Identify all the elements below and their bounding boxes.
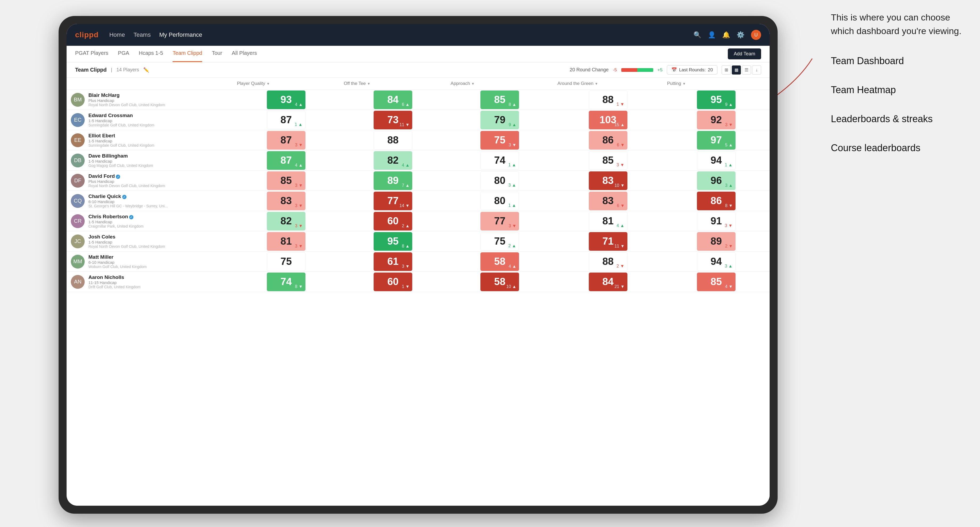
- user-avatar[interactable]: U: [751, 30, 761, 40]
- last-rounds-button[interactable]: 📅 Last Rounds: 20: [667, 65, 718, 75]
- score-cell: 943 ▲: [663, 252, 770, 272]
- calendar-icon: 📅: [671, 67, 677, 73]
- score-cell: 881 ▼: [553, 90, 663, 110]
- avatar: CR: [71, 214, 85, 228]
- player-cell[interactable]: CRChris Robertson✓1-5 HandicapCraigmilla…: [67, 211, 233, 231]
- subtab-tour[interactable]: Tour: [212, 46, 222, 62]
- subtab-pgat-players[interactable]: PGAT Players: [75, 46, 108, 62]
- heatmap-view-button[interactable]: ▦: [732, 65, 741, 75]
- score-value: 82: [387, 155, 398, 166]
- col-header-pq[interactable]: Player Quality ▼: [233, 78, 339, 90]
- score-cell: 958 ▲: [339, 231, 446, 252]
- nav-link-teams[interactable]: Teams: [134, 32, 151, 38]
- col-header-putting[interactable]: Putting ▼: [663, 78, 770, 90]
- score-value: 74: [280, 276, 291, 287]
- score-cell: 866 ▼: [553, 130, 663, 151]
- score-value: 84: [387, 94, 398, 105]
- grid-view-button[interactable]: ⊞: [722, 65, 731, 75]
- subtab-all-players[interactable]: All Players: [232, 46, 257, 62]
- score-value: 58: [494, 276, 506, 287]
- team-name: Team Clippd: [75, 67, 107, 73]
- add-team-button[interactable]: Add Team: [728, 48, 761, 59]
- score-change: 9 ▲: [725, 102, 733, 107]
- player-club: Drift Golf Club, United Kingdom: [88, 285, 140, 289]
- settings-icon[interactable]: ⚙️: [737, 31, 745, 39]
- nav-links: HomeTeamsMy Performance: [109, 32, 694, 38]
- team-bar: Team Clippd | 14 Players ✏️ 20 Round Cha…: [67, 62, 770, 78]
- nav-link-home[interactable]: Home: [109, 32, 125, 38]
- player-cell[interactable]: MMMatt Miller6-10 HandicapWoburn Golf Cl…: [67, 252, 233, 272]
- score-cell: 813 ▼: [233, 231, 339, 252]
- subtab-hcaps-1-5[interactable]: Hcaps 1-5: [139, 46, 163, 62]
- score-value: 86: [602, 135, 614, 146]
- list-view-button[interactable]: ☰: [742, 65, 751, 75]
- avatar: MM: [71, 255, 85, 268]
- avatar: AN: [71, 275, 85, 289]
- player-name: Edward Crossman: [88, 113, 154, 119]
- score-change: 1 ▼: [616, 102, 624, 107]
- score-value: 86: [711, 195, 722, 206]
- score-change: 8 ▼: [725, 203, 733, 208]
- score-cell: 748 ▼: [233, 272, 339, 292]
- player-cell[interactable]: EEElliot Ebert1-5 HandicapSunningdale Go…: [67, 130, 233, 151]
- score-value: 58: [494, 256, 506, 267]
- score-value: 87: [280, 135, 291, 146]
- score-cell: 846 ▲: [339, 90, 446, 110]
- score-value: 83: [280, 195, 291, 206]
- player-cell[interactable]: CQCharlie Quick✓6-10 HandicapSt. George'…: [67, 191, 233, 211]
- table-row: DFDavid Ford✓Plus HandicapRoyal North De…: [67, 171, 770, 191]
- subtabs: PGAT PlayersPGAHcaps 1-5Team ClippdTourA…: [67, 46, 770, 62]
- player-cell[interactable]: BMBlair McHargPlus HandicapRoyal North D…: [67, 90, 233, 110]
- team-separator: |: [111, 67, 112, 73]
- score-change: 6 ▼: [617, 143, 625, 148]
- col-header-tee[interactable]: Off the Tee ▼: [339, 78, 446, 90]
- score-value: 77: [387, 195, 398, 206]
- score-change: 1 ▲: [508, 203, 516, 208]
- score-cell: 88: [339, 130, 446, 151]
- score-cell: 799 ▲: [446, 110, 553, 130]
- player-handicap: 6-10 Handicap: [88, 260, 146, 265]
- score-change: 2 ▼: [725, 244, 733, 249]
- profile-icon[interactable]: 👤: [708, 31, 716, 39]
- score-value: 85: [280, 175, 291, 186]
- search-icon[interactable]: 🔍: [694, 31, 702, 39]
- score-cell: 823 ▼: [233, 211, 339, 231]
- bar-red: [621, 68, 637, 72]
- player-cell[interactable]: DBDave Billingham1-5 HandicapGog Magog G…: [67, 151, 233, 171]
- bell-icon[interactable]: 🔔: [722, 31, 730, 39]
- subtab-pga[interactable]: PGA: [118, 46, 129, 62]
- score-value: 84: [602, 276, 614, 287]
- score-value: 85: [711, 276, 722, 287]
- player-cell[interactable]: ANAaron Nicholls11-15 HandicapDrift Golf…: [67, 272, 233, 292]
- player-cell[interactable]: JCJosh Coles1-5 HandicapRoyal North Devo…: [67, 231, 233, 252]
- player-cell[interactable]: ECEdward Crossman1-5 HandicapSunningdale…: [67, 110, 233, 130]
- score-change: 1 ▲: [725, 163, 733, 167]
- last-rounds-value: 20: [708, 67, 713, 73]
- nav-link-my-performance[interactable]: My Performance: [159, 32, 202, 38]
- player-cell[interactable]: DFDavid Ford✓Plus HandicapRoyal North De…: [67, 171, 233, 191]
- score-cell: 7714 ▼: [339, 191, 446, 211]
- score-cell: 923 ▼: [663, 110, 770, 130]
- table-row: BMBlair McHargPlus HandicapRoyal North D…: [67, 90, 770, 110]
- nav-icons: 🔍 👤 🔔 ⚙️ U: [694, 30, 761, 40]
- col-header-approach[interactable]: Approach ▼: [446, 78, 553, 90]
- score-value: 88: [387, 135, 398, 146]
- edit-icon[interactable]: ✏️: [143, 67, 149, 73]
- player-handicap: 11-15 Handicap: [88, 280, 140, 285]
- score-cell: 963 ▲: [663, 171, 770, 191]
- player-club: Craigmillar Park, United Kingdom: [88, 224, 143, 229]
- player-name: Chris Robertson✓: [88, 214, 143, 220]
- score-value: 96: [711, 175, 722, 186]
- score-value: 93: [280, 94, 291, 105]
- subtab-team-clippd[interactable]: Team Clippd: [173, 46, 202, 62]
- score-value: 85: [602, 155, 614, 166]
- round-change-area: 20 Round Change -5 +5 📅 Last Rounds: 20 …: [570, 65, 761, 75]
- score-cell: 801 ▲: [446, 191, 553, 211]
- table-row: ECEdward Crossman1-5 HandicapSunningdale…: [67, 110, 770, 130]
- export-button[interactable]: ↓: [752, 65, 761, 75]
- score-cell: 824 ▲: [339, 151, 446, 171]
- score-change: 3 ▼: [509, 224, 516, 229]
- app-logo: clippd: [75, 30, 99, 39]
- col-header-around[interactable]: Around the Green ▼: [553, 78, 663, 90]
- score-value: 71: [602, 236, 614, 247]
